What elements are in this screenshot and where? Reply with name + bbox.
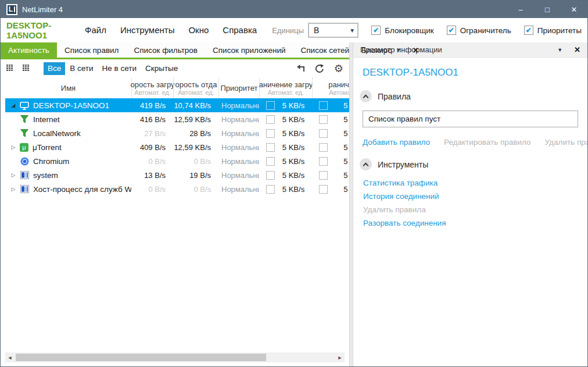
- tab-список-фильтров[interactable]: Список фильтров: [126, 42, 205, 58]
- upload-speed-cell: 12,59 KB/s: [173, 115, 218, 124]
- upload-limit-checkbox[interactable]: [319, 171, 328, 180]
- rule-action-link: Редактировать правило: [444, 138, 531, 147]
- table-row[interactable]: ▷Хост-процесс для служб Wi0 B/s0 B/sНорм…: [5, 182, 349, 196]
- tab-blocker-overflow[interactable]: Блокирс ▼: [357, 42, 406, 58]
- horizontal-scrollbar[interactable]: ◄ ►: [5, 352, 345, 362]
- row-name-cell: ▷Хост-процесс для служб Wi: [5, 184, 131, 194]
- download-limit-checkbox[interactable]: [266, 101, 275, 110]
- maximize-button[interactable]: □: [534, 1, 561, 18]
- column-label: раничение: [328, 80, 349, 89]
- expand-icon[interactable]: ▷: [8, 186, 19, 192]
- collapse-tools-button[interactable]: [360, 158, 372, 170]
- scroll-right-icon[interactable]: ►: [335, 355, 345, 361]
- column-header-5[interactable]: аничение загруАвтомат. ед.: [259, 77, 312, 98]
- rule-action-link[interactable]: Добавить правило: [363, 138, 430, 147]
- menu-item-инструменты[interactable]: Инструменты: [113, 25, 182, 35]
- upload-limit-checkbox[interactable]: [319, 101, 328, 110]
- gear-icon[interactable]: ⚙: [334, 63, 343, 74]
- scroll-left-icon[interactable]: ◄: [5, 355, 15, 361]
- download-limit-value: 5 KB/s: [275, 185, 312, 194]
- menu-item-файл[interactable]: Файл: [78, 25, 113, 35]
- row-name-label: Хост-процесс для служб Wi: [33, 185, 131, 194]
- download-limit-checkbox[interactable]: [266, 115, 275, 124]
- units-value: В: [314, 26, 349, 35]
- scrollbar-thumb[interactable]: [16, 354, 266, 361]
- filter-не-в-сети[interactable]: Не в сети: [98, 62, 141, 75]
- filter-скрытые[interactable]: Скрытые: [141, 62, 182, 75]
- toggle-ограничитель[interactable]: ✔Ограничитель: [447, 26, 511, 35]
- table-row[interactable]: LocalNetwork27 B/s28 B/sНормальнь5 KB/s5…: [5, 126, 349, 140]
- column-header-2[interactable]: орость загруАвтомат. ед.: [131, 77, 173, 98]
- download-limit-value: 5 KB/s: [275, 171, 312, 180]
- grid-view-icon[interactable]: [6, 65, 15, 73]
- tab-список-сетей[interactable]: Список сетей: [293, 42, 357, 58]
- table-row[interactable]: Chromium0 B/s0 B/sНормальнь5 KB/s5 KB/s: [5, 154, 349, 168]
- info-hostname[interactable]: DESKTOP-1A5NOO1: [363, 67, 578, 79]
- filter-в-сети[interactable]: В сети: [66, 62, 97, 75]
- undo-icon[interactable]: [296, 65, 305, 72]
- column-label: Имя: [61, 84, 76, 92]
- toggle-приоритеты[interactable]: ✔Приоритеты: [524, 26, 582, 35]
- download-speed-cell: 0 B/s: [131, 157, 173, 166]
- refresh-icon[interactable]: [315, 64, 324, 73]
- tab-список-приложений[interactable]: Список приложений: [205, 42, 293, 58]
- close-button[interactable]: ✕: [561, 1, 587, 18]
- table-row[interactable]: Internet416 B/s12,59 KB/sНормальнь5 KB/s…: [5, 112, 349, 126]
- download-limit-checkbox[interactable]: [266, 171, 275, 180]
- download-speed-cell: 13 B/s: [131, 171, 173, 180]
- download-limit-checkbox[interactable]: [266, 157, 275, 166]
- column-header-4[interactable]: Приоритет: [218, 77, 259, 98]
- upload-limit-checkbox[interactable]: [319, 185, 328, 194]
- column-sublabel: Автомат. ед.: [329, 89, 349, 96]
- column-header-1[interactable]: Имя: [5, 77, 131, 98]
- panel-splitter[interactable]: [349, 42, 353, 366]
- chevron-up-icon: [363, 94, 369, 100]
- upload-limit-checkbox[interactable]: [319, 129, 328, 138]
- chevron-down-icon[interactable]: ▼: [557, 47, 562, 53]
- download-limit-checkbox[interactable]: [266, 185, 275, 194]
- units-dropdown[interactable]: В ▼: [308, 23, 358, 38]
- hostname-menu[interactable]: DESKTOP-1A5NOO1: [6, 20, 66, 40]
- collapse-rules-button[interactable]: [360, 90, 372, 102]
- menu-item-справка[interactable]: Справка: [216, 25, 264, 35]
- menu-item-окно[interactable]: Окно: [181, 25, 216, 35]
- tab-активность[interactable]: Активность: [1, 42, 57, 58]
- upload-limit-cell: 5 KB/s: [312, 115, 349, 124]
- tool-link[interactable]: Статистика трафика: [363, 179, 578, 187]
- row-name-cell: Internet: [5, 115, 131, 124]
- expand-icon[interactable]: ▷: [8, 144, 19, 150]
- table-row[interactable]: ▷system13 B/s19 B/sНормальнь5 KB/s5 KB/s: [5, 168, 349, 182]
- minimize-button[interactable]: –: [507, 1, 534, 18]
- checkbox-icon[interactable]: ✔: [447, 26, 456, 35]
- download-limit-checkbox[interactable]: [266, 143, 275, 152]
- expand-icon[interactable]: ▷: [8, 172, 19, 178]
- column-label: Приоритет: [220, 84, 257, 92]
- tools-section-header: Инструменты: [360, 158, 578, 170]
- collapse-icon[interactable]: ◢: [8, 102, 19, 108]
- column-label: орость загру: [130, 80, 174, 89]
- filter-все[interactable]: Все: [44, 62, 65, 75]
- upload-limit-checkbox[interactable]: [319, 157, 328, 166]
- table-row[interactable]: ▷μμTorrent409 B/s12,59 KB/sНормальнь5 KB…: [5, 140, 349, 154]
- column-header-3[interactable]: орость отдаАвтомат. ед.: [173, 77, 218, 98]
- checkbox-icon[interactable]: ✔: [371, 26, 381, 35]
- column-label: орость отда: [175, 80, 217, 89]
- tab-close-button[interactable]: ✕: [406, 42, 426, 58]
- tool-link[interactable]: Разорвать соединения: [363, 219, 578, 227]
- tab-список-правил[interactable]: Список правил: [57, 42, 127, 58]
- info-panel-close-button[interactable]: ✕: [574, 45, 580, 54]
- checkbox-icon[interactable]: ✔: [524, 26, 533, 35]
- column-header-6[interactable]: раничениеАвтомат. ед.: [312, 77, 349, 98]
- chevron-up-icon: [363, 162, 369, 168]
- download-limit-checkbox[interactable]: [266, 129, 275, 138]
- activity-panel: АктивностьСписок правилСписок фильтровСп…: [1, 42, 349, 366]
- toggle-блокировщик[interactable]: ✔Блокировщик: [371, 26, 433, 35]
- table-row[interactable]: ◢DESKTOP-1A5NOO1419 B/s10,74 KB/sНормаль…: [5, 98, 349, 112]
- upload-limit-value: 5 KB/s: [328, 101, 349, 110]
- download-limit-value: 5 KB/s: [275, 157, 312, 166]
- tool-link[interactable]: История соединений: [363, 192, 578, 201]
- upload-speed-cell: 0 B/s: [173, 185, 218, 194]
- upload-limit-checkbox[interactable]: [319, 143, 328, 152]
- detail-view-icon[interactable]: [23, 65, 31, 73]
- upload-limit-checkbox[interactable]: [319, 115, 328, 124]
